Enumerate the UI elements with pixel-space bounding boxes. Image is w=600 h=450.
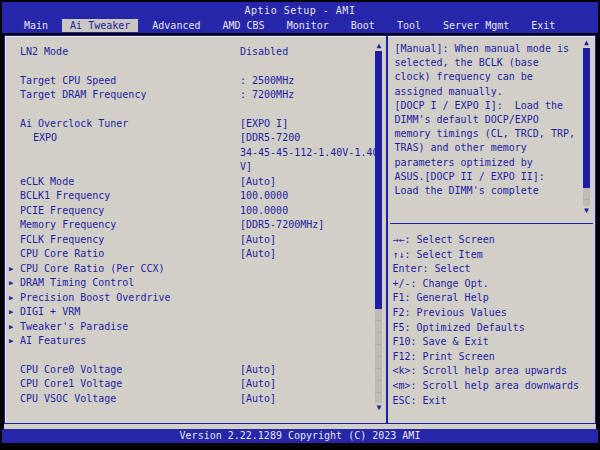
setting-row-pcie-frequency: PCIE Frequency100.0000 [5,204,386,219]
legend-line: F1: General Help [392,291,595,306]
scroll-up-icon[interactable]: ▲ [584,38,589,48]
setting-value: [DDR5-720034-45-45-112-1.40V-1.40V] [240,131,378,175]
setting-label: Tweaker's Paradise [20,320,240,335]
legend-line: +/-: Change Opt. [392,277,595,292]
setting-value: [EXPO I] [240,117,288,132]
setting-value: [Auto] [240,392,276,407]
tab-boot[interactable]: Boot [343,19,383,32]
setting-value: [Auto] [240,233,276,248]
setting-row-eclk-mode[interactable]: eCLK Mode[Auto] [5,175,386,190]
key-legend: →←: Select Screen↑↓: Select ItemEnter: S… [388,224,595,408]
help-line: [Manual]: When manual mode is [394,42,575,56]
tab-main[interactable]: Main [16,19,56,32]
tab-monitor[interactable]: Monitor [279,19,337,32]
setting-row-dram-timing-control[interactable]: ▶DRAM Timing Control [5,276,386,291]
setting-row-cpu-core-ratio[interactable]: CPU Core Ratio[Auto] [5,247,386,262]
setting-row-precision-boost-overdrive[interactable]: ▶Precision Boost Overdrive [5,291,386,306]
help-line: selected, the BCLK (base [394,56,575,70]
legend-line: F10: Save & Exit [392,335,595,350]
setting-label: CPU Core0 Voltage [20,363,240,378]
submenu-arrow-icon: ▶ [9,291,13,306]
help-line: Load the DIMM's complete [394,184,575,198]
help-line: TRAS) and other memory [394,141,575,155]
setting-row-ai-features[interactable]: ▶AI Features [5,334,386,349]
setting-value: [Auto] [240,175,276,190]
setting-row-bclk1-frequency: BCLK1 Frequency100.0000 [5,189,386,204]
help-line: ASUS.[DOCP II / EXPO II]: [394,170,575,184]
setting-label: Target DRAM Frequency [20,88,240,103]
main-area: LN2 ModeDisabledTarget CPU Speed: 2500MH… [4,35,596,424]
setting-row-memory-frequency[interactable]: Memory Frequency[DDR5-7200MHz] [5,218,386,233]
setting-value: [DDR5-7200MHz] [240,218,324,233]
scrollbar-track[interactable] [375,309,382,403]
setting-value: : 7200MHz [240,88,294,103]
setting-value: 100.0000 [240,189,288,204]
legend-line: →←: Select Screen [392,233,595,248]
help-line: memory timings (CL, TRCD, TRP, [394,127,575,141]
setting-row-expo[interactable]: EXPO[DDR5-720034-45-45-112-1.40V-1.40V] [5,131,386,175]
tab-advanced[interactable]: Advanced [144,19,208,32]
setting-value: [Auto] [240,247,276,262]
setting-row-ln2-mode: LN2 ModeDisabled [5,45,386,60]
setting-row-target-dram-frequency: Target DRAM Frequency: 7200MHz [5,88,386,103]
help-pane: [Manual]: When manual mode isselected, t… [387,36,595,423]
setting-value: [Auto] [240,363,276,378]
help-line: clock) frequency can be [394,70,575,84]
page-title: Aptio Setup - AMI [2,2,598,16]
scroll-down-icon[interactable]: ▼ [376,403,381,413]
help-scrollbar[interactable]: ▲ ▼ [581,38,592,216]
scroll-down-icon[interactable]: ▼ [584,206,589,216]
setting-label: CPU Core Ratio [20,247,240,262]
setting-label: Target CPU Speed [20,74,240,89]
scrollbar-track[interactable] [583,188,590,206]
setting-value-line: V] [240,160,378,175]
setting-row-tweaker-s-paradise[interactable]: ▶Tweaker's Paradise [5,320,386,335]
setting-value-line: [DDR5-7200 [240,131,378,146]
submenu-arrow-icon: ▶ [9,320,13,335]
setting-label: Memory Frequency [20,218,240,233]
settings-scrollbar[interactable]: ▲ ▼ [373,41,384,413]
scrollbar-thumb[interactable] [375,51,382,309]
tab-amd-cbs[interactable]: AMD CBS [214,19,272,32]
legend-line: ESC: Exit [392,394,595,409]
legend-line: F2: Previous Values [392,306,595,321]
version-text: Version 2.22.1289 Copyright (C) 2023 AMI [180,430,421,441]
legend-line: <k>: Scroll help area upwards [392,364,595,379]
setting-row-cpu-core0-voltage[interactable]: CPU Core0 Voltage[Auto] [5,363,386,378]
setting-label: CPU Core1 Voltage [20,377,240,392]
setting-label: FCLK Frequency [20,233,240,248]
help-line: [DOCP I / EXPO I]: Load the [394,99,575,113]
legend-line: F12: Print Screen [392,350,595,365]
header-bar: Aptio Setup - AMI MainAi TweakerAdvanced… [2,2,598,33]
help-line: assigned manually. [394,85,575,99]
scrollbar-thumb[interactable] [583,48,590,188]
setting-row-fclk-frequency[interactable]: FCLK Frequency[Auto] [5,233,386,248]
scroll-up-icon[interactable]: ▲ [376,41,381,51]
setting-value-line: 34-45-45-112-1.40V-1.40 [240,146,378,161]
legend-line: F5: Optimized Defaults [392,321,595,336]
tab-exit[interactable]: Exit [523,19,563,32]
setting-row-cpu-core1-voltage[interactable]: CPU Core1 Voltage[Auto] [5,377,386,392]
setting-row-ai-overclock-tuner[interactable]: Ai Overclock Tuner[EXPO I] [5,117,386,132]
help-lines: [Manual]: When manual mode isselected, t… [394,42,575,198]
submenu-arrow-icon: ▶ [9,262,13,277]
submenu-arrow-icon: ▶ [9,276,13,291]
setting-label: LN2 Mode [20,45,240,60]
setting-label: Precision Boost Overdrive [20,291,240,306]
tab-ai-tweaker[interactable]: Ai Tweaker [62,19,138,32]
setting-row-cpu-core-ratio-per-ccx[interactable]: ▶CPU Core Ratio (Per CCX) [5,262,386,277]
setting-label: CPU VSOC Voltage [20,392,240,407]
setting-label: DIGI + VRM [20,305,240,320]
setting-row-cpu-vsoc-voltage[interactable]: CPU VSOC Voltage[Auto] [5,392,386,407]
setting-value: [Auto] [240,377,276,392]
tab-tool[interactable]: Tool [389,19,429,32]
legend-line: <m>: Scroll help area downwards [392,379,595,394]
setting-label: Ai Overclock Tuner [20,117,240,132]
tab-server-mgmt[interactable]: Server Mgmt [435,19,517,32]
setting-row-digi-vrm[interactable]: ▶DIGI + VRM [5,305,386,320]
setting-value: 100.0000 [240,204,288,219]
setting-label: CPU Core Ratio (Per CCX) [20,262,240,277]
settings-list: LN2 ModeDisabledTarget CPU Speed: 2500MH… [5,36,386,406]
setting-value: : 2500MHz [240,74,294,89]
submenu-arrow-icon: ▶ [9,334,13,349]
